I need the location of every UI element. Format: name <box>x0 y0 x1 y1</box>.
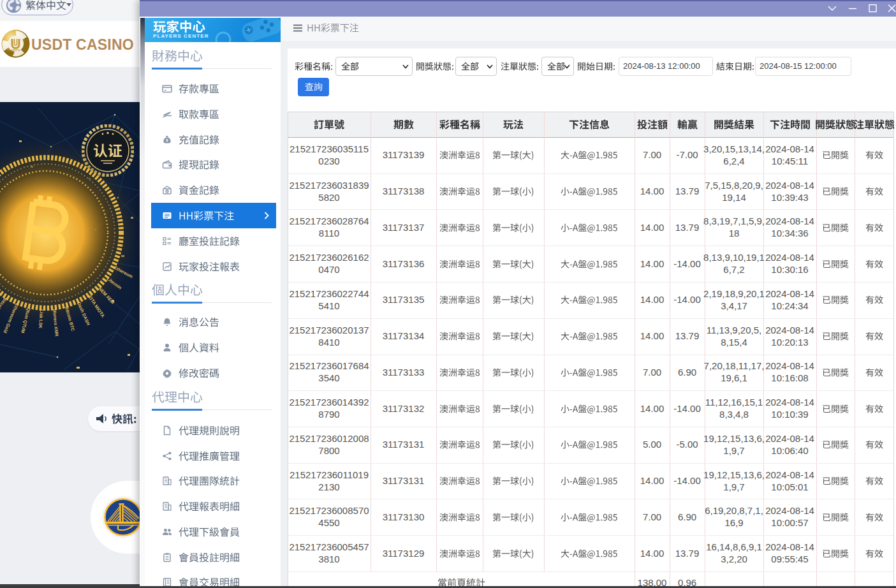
svg-text:casino: casino <box>11 48 20 52</box>
